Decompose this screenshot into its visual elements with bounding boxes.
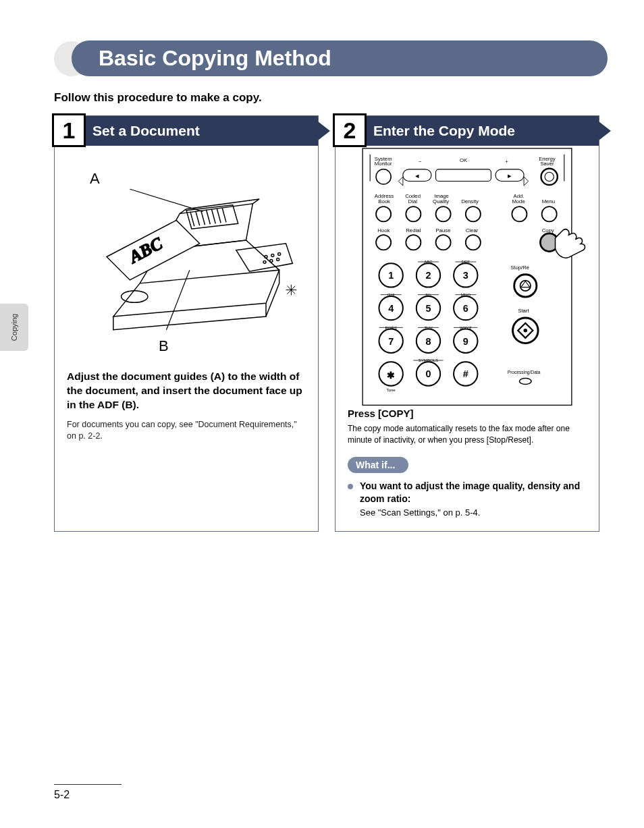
svg-line-10 [211,209,215,223]
svg-text:Clear: Clear [466,227,479,233]
svg-text:Redial: Redial [406,227,421,233]
svg-line-12 [222,207,226,222]
svg-line-11 [217,208,221,223]
what-if-body: You want to adjust the image quality, de… [348,480,587,518]
svg-point-4 [270,259,273,262]
svg-text:8: 8 [425,336,431,347]
side-tab-label: Copying [10,314,18,341]
svg-text:7: 7 [388,336,394,347]
svg-text:#: # [463,368,468,379]
svg-point-14 [122,290,148,302]
title-band: Basic Copying Method [54,40,608,76]
svg-text:5: 5 [425,303,431,314]
control-panel-illustration: SystemMonitor − OK + ◂ ▸ EnergySaver [348,155,587,398]
svg-line-8 [201,210,205,225]
svg-text:Stop/Re: Stop/Re [510,265,529,271]
steps-row: 1 Set a Document [54,115,608,532]
arrow-icon [599,121,611,140]
svg-text:2: 2 [425,270,431,281]
svg-text:PQRS: PQRS [385,325,397,329]
svg-text:JKL: JKL [425,292,432,297]
svg-text:4: 4 [388,303,394,314]
bullet-icon [348,484,353,489]
svg-text:Hook: Hook [377,227,390,233]
svg-text:◂: ◂ [415,171,419,180]
svg-text:DEF: DEF [462,259,470,264]
callout-a: A [90,170,100,188]
svg-text:9: 9 [463,336,468,347]
lbl-energy-saver: EnergySaver [539,155,556,167]
svg-text:GHI: GHI [387,292,395,297]
page-number: 5-2 [54,789,70,800]
what-if-answer: See "Scan Settings," on p. 5-4. [360,507,587,518]
svg-line-20 [167,270,190,330]
fax-machine-illustration: ABC [67,155,306,358]
step-2-body: SystemMonitor − OK + ◂ ▸ EnergySaver [336,146,599,531]
step-2-title: Enter the Copy Mode [373,123,515,139]
svg-text:ImageQuality: ImageQuality [433,193,449,204]
svg-text:MNO: MNO [461,292,471,297]
svg-text:1: 1 [388,270,394,281]
page-content: Basic Copying Method Follow this procedu… [54,40,608,532]
footer-rule [54,784,122,785]
svg-text:0: 0 [425,368,431,379]
press-copy-note: The copy mode automatically resets to th… [348,423,587,446]
step-1: 1 Set a Document [54,115,319,532]
svg-text:3: 3 [463,270,468,281]
svg-text:Menu: Menu [542,198,555,204]
step-1-title: Set a Document [92,123,200,139]
svg-text:Pause: Pause [436,227,451,233]
step-2: 2 Enter the Copy Mode SystemMonitor − OK [335,115,599,532]
step-2-number: 2 [333,113,367,147]
svg-point-104 [524,329,528,333]
intro-text: Follow this procedure to make a copy. [54,91,608,105]
svg-text:Processing/Data: Processing/Data [508,370,541,375]
svg-text:TUV: TUV [424,325,433,329]
step-2-header: 2 Enter the Copy Mode [336,116,599,146]
svg-line-9 [207,209,211,224]
svg-line-19 [130,189,203,211]
step-1-note: For documents you can copy, see "Documen… [67,419,306,442]
svg-text:✱: ✱ [387,369,395,380]
svg-text:WXYZ: WXYZ [460,325,472,329]
page-footer: 5-2 [54,784,122,801]
step-1-number: 1 [52,113,86,147]
step-1-header: 1 Set a Document [55,116,318,146]
svg-text:▸: ▸ [508,171,512,180]
arrow-icon [318,121,330,140]
svg-text:Add.Mode: Add.Mode [512,193,525,204]
svg-point-1 [271,254,274,256]
svg-line-7 [196,211,200,225]
side-tab: Copying [0,304,28,351]
svg-text:Copy: Copy [542,227,554,233]
svg-line-6 [190,211,194,226]
svg-text:−: − [419,159,422,165]
what-if-label: What if... [348,457,408,473]
step-1-body: ABC [55,146,318,456]
what-if-question: You want to adjust the image quality, de… [360,480,587,506]
page-title: Basic Copying Method [72,40,608,76]
svg-point-0 [265,255,267,258]
svg-text:6: 6 [463,303,468,314]
svg-point-2 [278,252,281,255]
lbl-system-monitor: SystemMonitor [375,155,392,167]
svg-point-5 [277,258,279,260]
svg-text:ABC: ABC [424,259,433,264]
step-1-instruction: Adjust the document guides (A) to the wi… [67,370,306,412]
svg-text:Density: Density [461,198,479,204]
svg-text:Start: Start [518,308,529,314]
svg-point-3 [263,260,266,263]
svg-text:+: + [505,159,508,165]
callout-b: B [159,337,169,355]
svg-text:Tone: Tone [387,387,396,392]
svg-text:OK: OK [460,157,468,163]
svg-text:SYMBOLS: SYMBOLS [419,358,438,362]
